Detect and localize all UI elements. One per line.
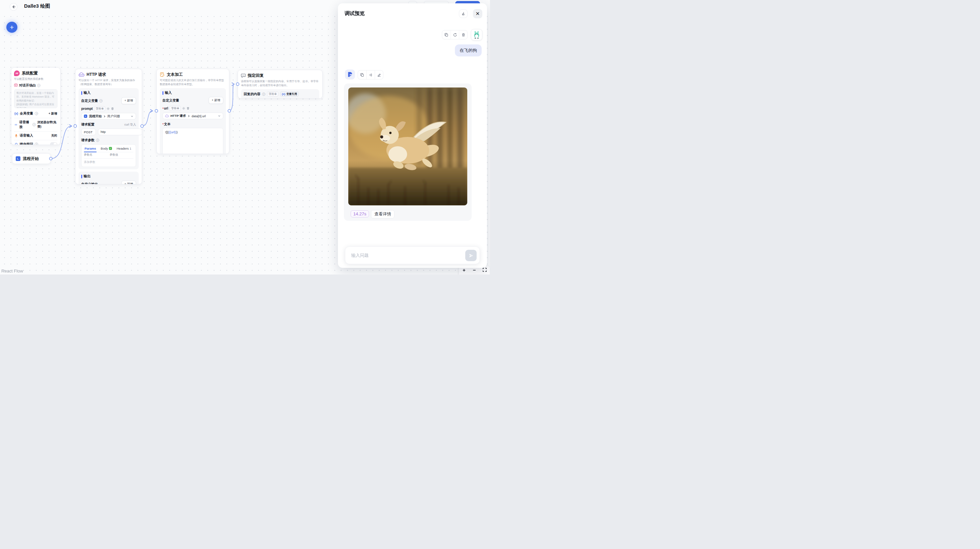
gear-icon[interactable] xyxy=(182,107,185,110)
trash-icon[interactable] xyxy=(459,30,467,39)
edit-icon[interactable] xyxy=(375,70,383,79)
var-name: prompt xyxy=(81,107,92,111)
node-desc: 可以发出一个 HTTP 请求，实现更为复杂的操作（联网搜索、数据库查询等） xyxy=(78,78,139,86)
add-output-button[interactable]: + 新增 xyxy=(121,181,136,184)
row-label: 猜你想问 xyxy=(20,142,33,145)
user-message-actions xyxy=(442,30,468,40)
url-input[interactable] xyxy=(98,129,142,135)
system-row: 猜你想问? xyxy=(14,140,57,145)
section-label: 输入 xyxy=(165,90,172,95)
node-title: 指定回复 xyxy=(248,73,264,78)
help-icon[interactable]: ? xyxy=(35,112,38,115)
node-title: HTTP 请求 xyxy=(87,72,106,78)
speaker-waves-icon xyxy=(14,123,18,127)
row-label: 语音播放 xyxy=(19,120,30,129)
tab-headers[interactable]: Headers1 xyxy=(117,147,131,150)
opening-label: 对话开场白 xyxy=(19,83,36,88)
reply-ref-select[interactable]: 文本加工 text xyxy=(243,98,317,98)
reply-content-label: 回复的内容 xyxy=(243,92,260,97)
duration-badge: 14.27s xyxy=(351,210,369,217)
chevron-down-icon xyxy=(131,115,134,117)
flow-start-icon: I.. xyxy=(16,156,21,161)
node-title: 流程开始 xyxy=(23,156,39,162)
suggest-toggle[interactable] xyxy=(50,142,57,145)
help-icon[interactable]: ? xyxy=(32,123,36,126)
opening-textarea[interactable] xyxy=(14,89,57,108)
bot-avatar xyxy=(345,70,355,79)
text-input-section: 输入 自定义变量 + 新增 url 字符串 HTTP 请求 data[0].ur… xyxy=(160,88,226,154)
chevron-down-icon xyxy=(218,114,221,117)
chat-heart-icon xyxy=(14,84,18,87)
headers-count-badge: 1 xyxy=(130,147,131,150)
help-icon[interactable]: ? xyxy=(96,139,99,142)
broom-icon xyxy=(461,12,465,16)
system-row: {x} 全局变量? + 新增 xyxy=(14,109,57,118)
view-detail-button[interactable]: 查看详情 xyxy=(371,210,395,218)
node-http-request[interactable]: HTTP HTTP 请求 可以发出一个 HTTP 请求，实现更为复杂的操作（联网… xyxy=(75,69,142,184)
var-ref-button[interactable]: {x}变量引用 xyxy=(280,92,299,97)
user-avatar xyxy=(471,29,482,40)
template-text: ) xyxy=(177,130,178,134)
method-value: POST xyxy=(84,130,92,134)
custom-vars-label: 自定义变量 xyxy=(81,98,98,103)
http-output-section: 输出 自定义输出 + 新增 变量名数据类型 data[0].url 字符串 原始… xyxy=(78,171,139,184)
add-param-row[interactable]: 添加参数 xyxy=(84,159,134,165)
reactflow-attribution: React Flow xyxy=(2,268,23,273)
bulb-icon xyxy=(14,143,18,145)
reply-content-section: 回复的内容 ? 字符串 {x}变量引用 文本加工 text xyxy=(241,89,319,98)
microphone-icon xyxy=(14,134,18,138)
curl-import-button[interactable]: curl 导入 xyxy=(124,122,136,127)
copy-icon[interactable] xyxy=(358,70,366,79)
copy-icon[interactable] xyxy=(442,30,450,39)
url-ref-select[interactable]: HTTP 请求 data[0].url xyxy=(162,113,223,119)
node-reply[interactable]: 指定回复 该模块可以直接回复一段指定的内容。常用于引导、提示。非字符串内容传入时… xyxy=(238,70,323,98)
http-input-section: 输入 自定义变量? + 新增 prompt 字符串 1. 流程开始 用户问题 请… xyxy=(78,88,139,169)
prompt-ref-select[interactable]: 1. 流程开始 用户问题 xyxy=(81,113,136,119)
trash-icon[interactable] xyxy=(186,107,189,110)
text-template-editor[interactable]: ![]({{url}}) xyxy=(162,128,223,154)
ref-field: 用户问题 xyxy=(107,114,129,119)
tab-params[interactable]: Params xyxy=(84,147,96,150)
params-card: Params Body✓ Headers1 参数名参数值 添加参数 xyxy=(81,144,136,167)
tab-body[interactable]: Body✓ xyxy=(100,147,112,150)
chat-input[interactable] xyxy=(351,247,461,264)
request-params-label: 请求参数 xyxy=(81,138,95,143)
add-var-button[interactable]: + 新增 xyxy=(208,97,223,104)
gear-icon[interactable] xyxy=(107,107,110,110)
generated-image[interactable] xyxy=(348,87,467,205)
add-node-button[interactable]: + xyxy=(6,22,18,33)
add-global-var-button[interactable]: + 新增 xyxy=(48,111,57,116)
trash-icon[interactable] xyxy=(111,107,114,110)
node-flow-start[interactable]: I.. 流程开始 xyxy=(12,153,51,164)
close-panel-button[interactable]: ✕ xyxy=(473,9,482,18)
node-system-config[interactable]: Hi 系统配置 可以配置应用的系统参数 对话开场白 ? {x} 全局变量? + … xyxy=(11,67,60,145)
http-ref-icon xyxy=(165,114,169,117)
ref-source: HTTP 请求 xyxy=(170,114,186,118)
read-aloud-icon[interactable] xyxy=(366,70,375,79)
http-cloud-icon: HTTP xyxy=(78,73,84,77)
help-icon[interactable]: ? xyxy=(35,143,38,145)
back-button[interactable] xyxy=(10,3,18,11)
tts-value[interactable]: 浏览器自带(免费) xyxy=(37,120,57,129)
row-label: 语音输入 xyxy=(20,133,33,138)
retry-icon[interactable] xyxy=(450,30,459,39)
debug-preview-panel: 调试预览 ✕ 在飞的狗 xyxy=(338,3,487,268)
help-icon[interactable]: ? xyxy=(37,84,40,87)
section-label: 输入 xyxy=(84,90,91,95)
clear-chat-button[interactable] xyxy=(459,10,468,18)
voice-input-value[interactable]: 关闭 xyxy=(51,133,57,138)
row-label: 全局变量 xyxy=(20,111,33,116)
method-select[interactable]: POST xyxy=(81,129,96,135)
arrow-left-icon xyxy=(12,5,15,9)
request-config-label: 请求配置 xyxy=(81,122,95,127)
node-text-process[interactable]: 文本加工 可对固定或传入的文本进行加工后输出，非字符串类型数据最终会转成字符串类… xyxy=(156,69,229,154)
help-icon[interactable]: ? xyxy=(262,92,266,96)
add-var-button[interactable]: + 新增 xyxy=(121,97,136,104)
node-desc: 该模块可以直接回复一段指定的内容。常用于引导、提示。非字符串内容传入时，会转成字… xyxy=(241,79,319,87)
custom-vars-label: 自定义变量 xyxy=(162,98,179,103)
send-button[interactable] xyxy=(465,250,477,261)
page-title: Dalle3 绘图 xyxy=(24,3,50,10)
help-icon[interactable]: ? xyxy=(99,99,103,103)
bot-message-card: 14.27s 查看详情 xyxy=(344,84,472,221)
type-chip: 字符串 xyxy=(94,106,105,111)
